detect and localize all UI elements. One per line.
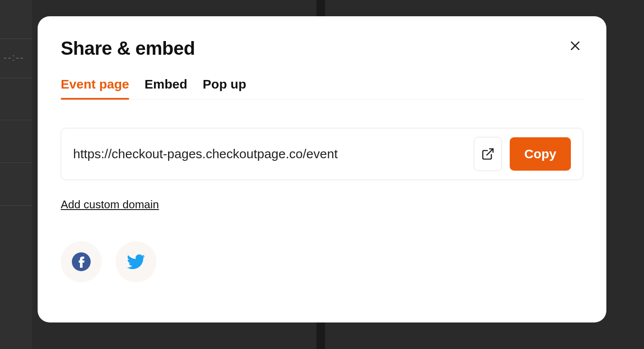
facebook-share-button[interactable] [61, 241, 102, 282]
url-container: Copy [61, 128, 583, 180]
background-placeholder-text: --:-- [3, 51, 24, 63]
tab-embed[interactable]: Embed [145, 77, 187, 99]
close-button[interactable] [567, 38, 583, 54]
tab-event-page[interactable]: Event page [61, 77, 129, 99]
background-divider [0, 78, 32, 78]
share-embed-modal: Share & embed Event page Embed Pop up Co… [38, 16, 606, 322]
facebook-icon [71, 251, 92, 272]
modal-header: Share & embed [61, 38, 583, 59]
svg-line-2 [487, 149, 493, 155]
social-buttons [61, 241, 583, 282]
copy-button[interactable]: Copy [510, 137, 571, 171]
twitter-icon [125, 251, 147, 272]
tab-pop-up[interactable]: Pop up [203, 77, 246, 99]
open-external-button[interactable] [474, 137, 502, 171]
background-sidebar: --:-- [0, 0, 32, 349]
url-input[interactable] [73, 147, 466, 161]
close-icon [569, 39, 582, 52]
modal-title: Share & embed [61, 38, 195, 59]
twitter-share-button[interactable] [115, 241, 157, 282]
add-custom-domain-link[interactable]: Add custom domain [61, 198, 159, 211]
background-divider [0, 38, 32, 39]
tabs: Event page Embed Pop up [61, 77, 583, 100]
background-divider [0, 205, 32, 206]
background-divider [0, 163, 32, 163]
external-link-icon [481, 147, 495, 161]
background-divider [0, 120, 32, 120]
